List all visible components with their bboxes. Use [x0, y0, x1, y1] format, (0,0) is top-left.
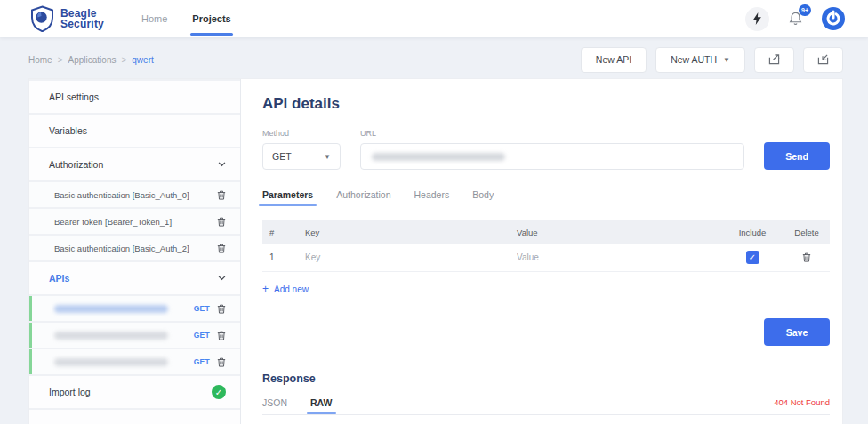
- breadcrumb-applications[interactable]: Applications: [68, 55, 117, 65]
- send-button[interactable]: Send: [764, 142, 830, 170]
- delete-auth-button[interactable]: [217, 244, 226, 253]
- sidebar-auth-item-2[interactable]: Basic authentication [Basic_Auth_2]: [29, 236, 240, 260]
- plus-icon: +: [262, 283, 269, 295]
- response-tabs: JSON RAW 404 Not Found: [262, 397, 830, 415]
- trash-icon: [217, 357, 226, 367]
- sidebar-auth-item-0[interactable]: Basic authentication [Basic_Auth_0]: [29, 182, 240, 207]
- auth-item-label: Basic authentication [Basic_Auth_2]: [54, 244, 189, 253]
- sidebar-item-api-settings[interactable]: API settings: [29, 81, 240, 113]
- url-field: URL: [360, 129, 744, 170]
- delete-api-button[interactable]: [217, 304, 226, 314]
- tab-raw[interactable]: RAW: [310, 397, 333, 414]
- chevron-down-icon: [218, 276, 226, 281]
- sidebar-item-label: Variables: [49, 125, 87, 136]
- top-nav: Home Projects: [129, 0, 244, 37]
- api-method-badge: GET: [194, 304, 210, 313]
- app-header: Beagle Security Home Projects 9+: [0, 0, 868, 37]
- trash-icon: [217, 244, 226, 253]
- redacted-api-url: [54, 305, 168, 313]
- brand-logo[interactable]: Beagle Security: [30, 5, 104, 32]
- nav-home[interactable]: Home: [129, 0, 180, 37]
- trash-icon: [217, 190, 226, 200]
- table-header-row: # Key Value Include Delete: [262, 220, 830, 244]
- auth-item-label: Basic authentication [Basic_Auth_0]: [54, 190, 189, 200]
- col-header-include: Include: [721, 228, 784, 237]
- tab-json[interactable]: JSON: [262, 397, 287, 414]
- delete-row-button[interactable]: [802, 252, 811, 262]
- sidebar-item-authorization[interactable]: Authorization: [29, 148, 240, 180]
- delete-api-button[interactable]: [217, 357, 226, 367]
- method-value: GET: [272, 151, 292, 162]
- trash-icon: [217, 331, 226, 340]
- include-checkbox[interactable]: ✓: [746, 251, 760, 264]
- import-button[interactable]: [803, 47, 843, 73]
- delete-auth-button[interactable]: [217, 217, 226, 227]
- sidebar-item-label: Import log: [49, 387, 91, 397]
- delete-auth-button[interactable]: [217, 190, 226, 200]
- tab-parameters[interactable]: Parameters: [262, 189, 313, 206]
- trash-icon: [217, 217, 226, 227]
- sidebar-item-empty: [29, 410, 240, 424]
- main-panel: API details Method GET ▼ URL Send Parame…: [241, 79, 842, 424]
- save-button[interactable]: Save: [764, 318, 830, 346]
- delete-api-button[interactable]: [217, 331, 226, 340]
- method-label: Method: [262, 129, 341, 138]
- breadcrumb-separator: >: [58, 55, 63, 65]
- col-header-key: Key: [298, 228, 510, 237]
- beagle-shield-icon: [30, 5, 54, 32]
- quick-actions-button[interactable]: [745, 7, 769, 31]
- sidebar-api-item-1[interactable]: GET: [29, 323, 240, 348]
- nav-projects[interactable]: Projects: [180, 0, 243, 37]
- chevron-down-icon: ▼: [723, 56, 730, 64]
- breadcrumb-separator: >: [121, 55, 126, 65]
- method-field: Method GET ▼: [262, 129, 341, 170]
- sidebar-api-item-0[interactable]: GET: [29, 296, 240, 321]
- col-header-value: Value: [510, 228, 721, 237]
- add-new-label: Add new: [274, 284, 309, 294]
- tab-body[interactable]: Body: [472, 189, 494, 206]
- export-icon: [768, 54, 780, 65]
- url-input[interactable]: [360, 143, 744, 170]
- import-icon: [817, 54, 829, 65]
- col-header-delete: Delete: [784, 228, 830, 237]
- tab-authorization[interactable]: Authorization: [336, 189, 390, 206]
- add-new-button[interactable]: + Add new: [262, 283, 309, 295]
- content-card: API settings Variables Authorization Bas…: [28, 78, 843, 424]
- sidebar-auth-item-1[interactable]: Bearer token [Bearer_Token_1]: [29, 209, 240, 234]
- power-icon: [822, 7, 845, 30]
- sidebar-item-import-log[interactable]: Import log ✓: [29, 376, 240, 408]
- chevron-down-icon: [218, 162, 226, 167]
- redacted-api-url: [54, 332, 168, 340]
- lightning-icon: [752, 12, 762, 25]
- value-input[interactable]: [517, 252, 714, 262]
- sidebar-item-variables[interactable]: Variables: [29, 115, 240, 147]
- key-input[interactable]: [305, 252, 502, 262]
- trash-icon: [802, 252, 811, 262]
- notification-badge: 9+: [799, 4, 811, 16]
- auth-item-label: Bearer token [Bearer_Token_1]: [54, 217, 172, 227]
- export-button[interactable]: [754, 47, 794, 73]
- page-title: API details: [262, 95, 830, 113]
- tab-headers[interactable]: Headers: [414, 189, 450, 206]
- sidebar-item-label: APIs: [49, 273, 69, 284]
- notifications-button[interactable]: 9+: [784, 7, 808, 31]
- new-api-label: New API: [596, 54, 631, 65]
- new-auth-button[interactable]: New AUTH ▼: [655, 47, 745, 73]
- row-index: 1: [262, 252, 298, 262]
- toolbar: New API New AUTH ▼: [581, 47, 843, 73]
- method-select[interactable]: GET ▼: [262, 143, 341, 170]
- sidebar-item-apis[interactable]: APIs: [29, 262, 240, 294]
- url-label: URL: [360, 129, 744, 138]
- logout-button[interactable]: [822, 7, 845, 30]
- breadcrumb-home[interactable]: Home: [28, 55, 52, 65]
- api-method-badge: GET: [194, 331, 210, 340]
- chevron-down-icon: ▼: [324, 153, 331, 161]
- response-title: Response: [262, 372, 830, 385]
- api-method-badge: GET: [194, 357, 210, 366]
- sidebar-api-item-2[interactable]: GET: [29, 349, 240, 374]
- breadcrumb: Home > Applications > qwert: [28, 55, 154, 65]
- redacted-url-value: [372, 153, 505, 161]
- breadcrumb-current[interactable]: qwert: [132, 55, 153, 65]
- redacted-api-url: [54, 358, 168, 366]
- new-api-button[interactable]: New API: [581, 47, 647, 73]
